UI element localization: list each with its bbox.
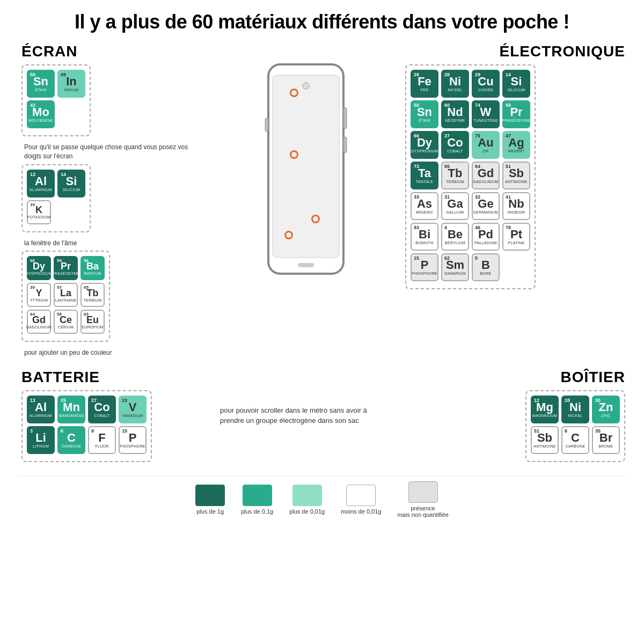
- legend-item-less001g: moins de 0,01g: [341, 485, 381, 515]
- el-mn: 25 Mn MANGANÈSE: [57, 396, 85, 423]
- el-dy-elec: 66 Dy DYSPROSIUM: [411, 131, 438, 159]
- el-al-ecran: 13 Al ALUMINIUM: [27, 170, 55, 197]
- svg-rect-1: [273, 75, 339, 258]
- el-c-boitier: 6 C CARBONE: [561, 426, 589, 454]
- legend: plus de 1g plus de 0,1g plus de 0,01g mo…: [16, 475, 628, 518]
- svg-point-2: [303, 83, 309, 89]
- page: Il y a plus de 60 matériaux différents d…: [0, 0, 644, 644]
- batterie-title: BATTERIE: [21, 369, 204, 386]
- el-ga: 31 Ga GALLIUM: [441, 192, 469, 220]
- main-title: Il y a plus de 60 matériaux différents d…: [16, 11, 628, 33]
- el-k: 19 K POTASSIUM: [27, 200, 51, 224]
- ecran-title: ÉCRAN: [21, 43, 204, 60]
- el-tb-ecran: 65 Tb TERBIUM: [80, 283, 105, 307]
- legend-color-presence: [408, 481, 438, 503]
- el-pr-elec: 59 Pr PRASÉODYME: [502, 100, 530, 128]
- legend-label-presence: présencemais non quantifiée: [397, 505, 448, 518]
- el-bi: 83 Bi BISMUTH: [411, 223, 438, 251]
- section-center: [209, 43, 402, 361]
- el-nb: 41 Nb NIOBIUM: [502, 192, 530, 220]
- section-ecran: ÉCRAN 50 Sn ÉTAIN 49 In INDIUM: [16, 43, 209, 361]
- el-y: 39 Y YTTRIUM: [27, 283, 51, 307]
- el-ba: 56 Ba BARYUM: [80, 256, 105, 280]
- phone-illustration: [252, 59, 360, 290]
- legend-label-001g: plus de 0,01g: [289, 508, 325, 515]
- el-p-elec: 15 P PHOSPHORE: [411, 253, 438, 281]
- el-f: 9 F FLUOR: [88, 426, 116, 454]
- el-sn-elec: 50 Sn ÉTAIN: [411, 100, 438, 128]
- el-sn-ecran: 50 Sn ÉTAIN: [27, 70, 55, 98]
- svg-rect-6: [298, 263, 314, 267]
- svg-rect-3: [343, 107, 347, 129]
- el-ag: 47 Ag ARGENT: [502, 131, 530, 159]
- section-boitier: BOÎTIER 12 Mg MAGNÉSIUM 28 Ni NICKEL: [402, 366, 628, 465]
- orange-dot-4: [284, 231, 293, 239]
- el-gd-elec: 64 Gd GADOLINIUM: [472, 162, 500, 189]
- ecran-desc2: la fenêtre de l'âme: [24, 239, 204, 248]
- el-w: 74 W TUNGSTÈNE: [472, 100, 500, 128]
- el-zn: 30 Zn ZINC: [592, 396, 620, 423]
- section-electronique: ÉLECTRONIQUE 26 Fe FER 28 Ni NICKEL: [402, 43, 628, 361]
- el-la: 57 La LANTHANE: [54, 283, 78, 307]
- el-gd-ecran: 64 Gd GADOLINIUM: [27, 310, 51, 334]
- el-ge: 32 Ge GERMANIUM: [472, 192, 500, 220]
- el-au: 79 Au OR: [472, 131, 500, 159]
- legend-item-1g: plus de 1g: [195, 485, 225, 515]
- electronique-title: ÉLECTRONIQUE: [405, 43, 625, 60]
- el-sm: 62 Sm SAMARIUM: [441, 253, 469, 281]
- legend-item-001g: plus de 0,01g: [289, 485, 325, 515]
- el-br: 35 Br BROME: [592, 426, 620, 454]
- section-bottom-center: pour pouvoir scroller dans le métro sans…: [209, 366, 402, 465]
- el-pr-ecran: 59 Pr PRASÉODYME: [54, 256, 78, 280]
- legend-color-less001g: [346, 485, 376, 506]
- el-tb-elec: 65 Tb TERBIUM: [441, 162, 469, 189]
- svg-rect-5: [265, 118, 268, 131]
- el-cu: 29 Cu CUIVRE: [472, 70, 500, 98]
- el-nd: 60 Nd NÉODYME: [441, 100, 469, 128]
- ecran-desc3: pour ajouter un peu de couleur: [24, 348, 204, 357]
- orange-dot-2: [290, 150, 298, 159]
- svg-rect-4: [343, 137, 347, 153]
- el-si-elec: 14 Si SILICIUM: [502, 70, 530, 98]
- battery-description: pour pouvoir scroller dans le métro sans…: [215, 400, 397, 431]
- el-sb-boitier: 51 Sb ANTIMOINE: [531, 426, 559, 454]
- el-mg: 12 Mg MAGNÉSIUM: [531, 396, 559, 423]
- el-al-bat: 13 Al ALUMINIUM: [27, 396, 55, 423]
- legend-label-01g: plus de 0,1g: [241, 508, 273, 515]
- el-si-ecran: 14 Si SILICIUM: [57, 170, 85, 197]
- el-co-bat: 27 Co COBALT: [88, 396, 116, 423]
- el-ta: 73 Ta TANTALE: [411, 162, 438, 189]
- ecran-desc1: Pour qu'il se passe quelque chose quand …: [24, 143, 204, 161]
- legend-color-1g: [195, 485, 225, 506]
- legend-item-presence: présencemais non quantifiée: [397, 481, 448, 518]
- boitier-title: BOÎTIER: [405, 369, 625, 386]
- el-fe: 26 Fe FER: [411, 70, 438, 98]
- el-co-elec: 27 Co COBALT: [441, 131, 469, 159]
- el-sb-elec: 51 Sb ANTIMOINE: [502, 162, 530, 189]
- el-ni-elec: 28 Ni NICKEL: [441, 70, 469, 98]
- legend-label-less001g: moins de 0,01g: [341, 508, 381, 515]
- orange-dot-3: [311, 215, 320, 223]
- legend-label-1g: plus de 1g: [196, 508, 224, 515]
- el-ni-boitier: 28 Ni NICKEL: [561, 396, 589, 423]
- el-pd: 46 Pd PALLADIUM: [472, 223, 500, 251]
- legend-color-01g: [243, 485, 272, 506]
- el-b: 5 B BORE: [472, 253, 500, 281]
- el-dy-ecran: 66 Dy DYSPROSIUM: [27, 256, 51, 280]
- el-pt: 78 Pt PLATINE: [502, 223, 530, 251]
- el-p-bat: 15 P PHOSPHORE: [119, 426, 147, 454]
- el-eu: 63 Eu EUROPIUM: [80, 310, 105, 334]
- el-c-bat: 6 C CARBONE: [57, 426, 85, 454]
- orange-dot-1: [290, 89, 298, 97]
- legend-color-001g: [292, 485, 322, 506]
- el-in: 49 In INDIUM: [57, 70, 85, 98]
- el-v: 23 V VANADIUM: [119, 396, 147, 423]
- el-ce: 58 Ce CÉRIUM: [54, 310, 78, 334]
- legend-item-01g: plus de 0,1g: [241, 485, 273, 515]
- section-batterie: BATTERIE 13 Al ALUMINIUM 25 Mn MANGANÈSE: [16, 366, 209, 465]
- el-be: 4 Be BERYLIUM: [441, 223, 469, 251]
- el-as: 33 As ARSENIC: [411, 192, 438, 220]
- el-li: 3 Li LITHIUM: [27, 426, 55, 454]
- el-mo: 42 Mo MOLYBDÈNE: [27, 100, 55, 128]
